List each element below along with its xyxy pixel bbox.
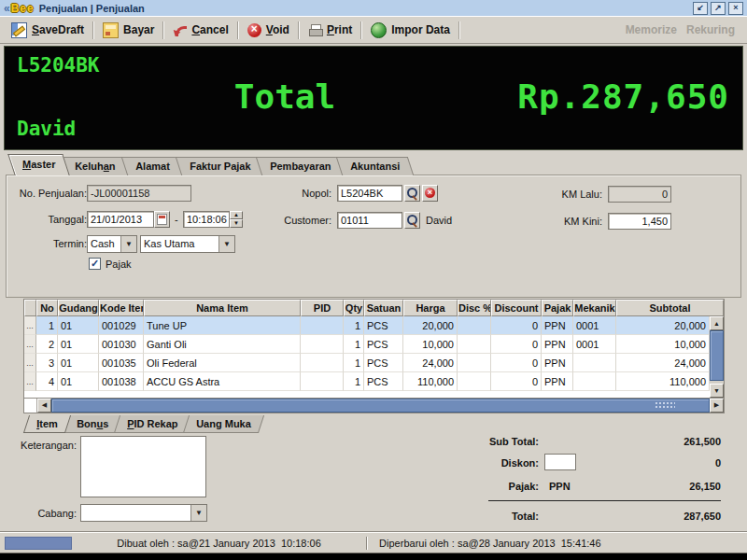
- nopol-search-button[interactable]: [404, 185, 420, 202]
- print-button[interactable]: Print: [302, 21, 359, 40]
- customer-search-button[interactable]: [404, 212, 420, 229]
- cell[interactable]: Ganti Oli: [144, 335, 301, 354]
- calendar-button[interactable]: [154, 211, 170, 228]
- cell[interactable]: 24,000: [616, 354, 710, 372]
- bayar-button[interactable]: Bayar: [96, 20, 161, 41]
- cell[interactable]: PCS: [364, 335, 403, 354]
- cell[interactable]: 4: [36, 372, 58, 391]
- tab-master[interactable]: Master: [7, 154, 70, 175]
- cancel-button[interactable]: Cancel: [166, 21, 234, 40]
- pajak-checkbox[interactable]: ✓: [89, 258, 101, 270]
- cell[interactable]: [301, 335, 344, 354]
- column-header[interactable]: Disc %: [458, 300, 491, 316]
- spinner-down-icon[interactable]: ▼: [230, 219, 243, 228]
- scroll-down-icon[interactable]: ▼: [710, 384, 724, 398]
- cell[interactable]: 001035: [99, 354, 144, 372]
- column-header[interactable]: PID: [301, 300, 344, 316]
- row-expander-button[interactable]: ...: [24, 372, 36, 391]
- cell[interactable]: [573, 372, 616, 391]
- cell[interactable]: 20,000: [616, 316, 710, 335]
- column-header[interactable]: Subtotal: [616, 300, 724, 316]
- diskon-input[interactable]: [544, 454, 576, 470]
- horizontal-scroll-thumb[interactable]: [51, 399, 710, 413]
- cell[interactable]: 0: [491, 354, 542, 372]
- cell[interactable]: PPN: [542, 335, 573, 354]
- nopol-field[interactable]: L5204BK: [337, 185, 402, 202]
- time-field[interactable]: 10:18:06: [183, 211, 230, 228]
- cell[interactable]: 01: [58, 335, 99, 354]
- cell[interactable]: ACCU GS Astra: [144, 372, 301, 391]
- column-header[interactable]: Gudang: [58, 300, 99, 316]
- table-row[interactable]: ...301001035Oli Federal1PCS24,0000PPN24,…: [24, 354, 710, 372]
- table-row[interactable]: ...101001029Tune UP1PCS20,0000PPN000120,…: [24, 316, 710, 335]
- cell[interactable]: 001029: [99, 316, 144, 335]
- column-header[interactable]: Pajak: [542, 300, 573, 316]
- cell[interactable]: [573, 354, 616, 372]
- tanggal-field[interactable]: 21/01/2013: [87, 211, 154, 228]
- table-row[interactable]: ...201001030Ganti Oli1PCS10,0000PPN00011…: [24, 335, 710, 354]
- chevron-down-icon[interactable]: ▼: [190, 505, 206, 521]
- cell[interactable]: PCS: [364, 354, 403, 372]
- cell[interactable]: 0: [491, 316, 542, 335]
- cell[interactable]: 0: [491, 372, 542, 391]
- cell[interactable]: Tune UP: [144, 316, 301, 335]
- cell[interactable]: 01: [58, 372, 99, 391]
- cell[interactable]: 1: [344, 335, 364, 354]
- column-header[interactable]: Discount: [491, 300, 542, 316]
- cell[interactable]: 01: [58, 316, 99, 335]
- tab-keluhan[interactable]: Keluhan: [61, 157, 130, 175]
- nopol-clear-button[interactable]: ×: [422, 185, 438, 202]
- column-header[interactable]: Qty: [344, 300, 364, 316]
- scroll-right-icon[interactable]: ▶: [710, 399, 724, 413]
- km-kini-field[interactable]: 1,450: [608, 213, 671, 230]
- cell[interactable]: 1: [344, 316, 364, 335]
- cell[interactable]: 20,000: [403, 316, 458, 335]
- kas-dropdown[interactable]: Kas Utama▼: [140, 235, 235, 253]
- close-button[interactable]: ×: [728, 2, 743, 15]
- tab-bonus[interactable]: Bonus: [63, 415, 121, 433]
- cell[interactable]: 0001: [573, 335, 616, 354]
- termin-dropdown[interactable]: Cash▼: [87, 235, 137, 253]
- column-header[interactable]: No: [36, 300, 58, 316]
- chevron-down-icon[interactable]: ▼: [218, 236, 234, 252]
- cell[interactable]: PPN: [542, 354, 573, 372]
- cell[interactable]: 10,000: [616, 335, 710, 354]
- cell[interactable]: 110,000: [403, 372, 458, 391]
- row-expander-button[interactable]: ...: [24, 354, 36, 372]
- tab-item[interactable]: Item: [23, 415, 71, 433]
- cell[interactable]: [458, 316, 491, 335]
- restore-down-button[interactable]: ↙: [693, 2, 708, 15]
- cell[interactable]: PCS: [364, 372, 403, 391]
- cell[interactable]: [458, 372, 491, 391]
- row-expander-button[interactable]: ...: [24, 316, 36, 335]
- cell[interactable]: Oli Federal: [144, 354, 301, 372]
- cell[interactable]: [301, 316, 344, 335]
- cell[interactable]: 3: [36, 354, 58, 372]
- cell[interactable]: 1: [344, 354, 364, 372]
- table-row[interactable]: ...401001038ACCU GS Astra1PCS110,0000PPN…: [24, 372, 710, 391]
- cell[interactable]: 0001: [573, 316, 616, 335]
- customer-field[interactable]: 01011: [337, 212, 402, 229]
- cell[interactable]: 10,000: [403, 335, 458, 354]
- tab-akuntansi[interactable]: Akuntansi: [336, 157, 415, 175]
- cell[interactable]: [301, 372, 344, 391]
- cell[interactable]: PPN: [542, 372, 573, 391]
- tab-pid-rekap[interactable]: PID Rekap: [114, 415, 191, 433]
- cell[interactable]: 01: [58, 354, 99, 372]
- cell[interactable]: [301, 354, 344, 372]
- chevron-down-icon[interactable]: ▼: [120, 236, 136, 252]
- savedraft-button[interactable]: SaveDraft: [5, 20, 91, 41]
- scroll-up-icon[interactable]: ▲: [710, 316, 724, 330]
- cell[interactable]: 001030: [99, 335, 144, 354]
- cell[interactable]: 1: [344, 372, 364, 391]
- cell[interactable]: [458, 335, 491, 354]
- cell[interactable]: [458, 354, 491, 372]
- cell[interactable]: PPN: [542, 316, 573, 335]
- void-button[interactable]: Void: [241, 21, 296, 40]
- cell[interactable]: 1: [36, 316, 58, 335]
- time-spinner[interactable]: ▲▼: [230, 211, 243, 228]
- keterangan-textarea[interactable]: [80, 436, 206, 497]
- maximize-button[interactable]: ↗: [711, 2, 726, 15]
- scroll-left-icon[interactable]: ◀: [37, 399, 51, 413]
- column-header[interactable]: [24, 300, 36, 316]
